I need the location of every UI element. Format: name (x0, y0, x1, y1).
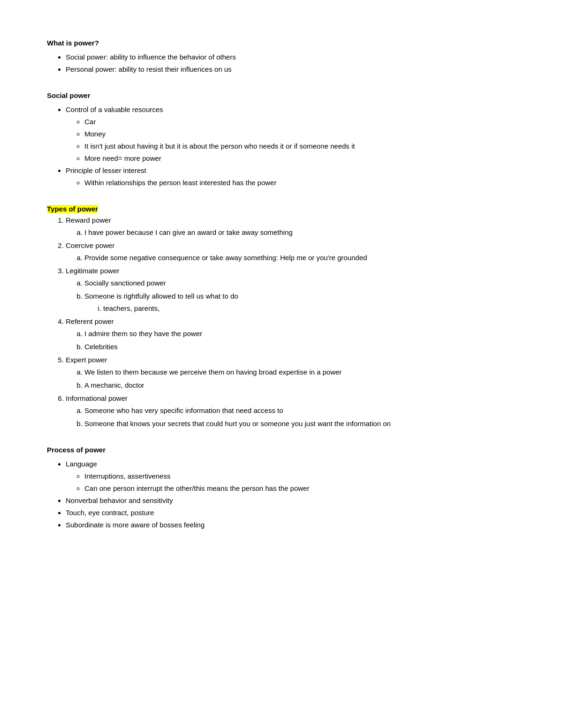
what-is-power-list: Social power: ability to influence the b… (66, 52, 516, 75)
list-item: Within relationships the person least in… (84, 177, 516, 188)
list-item: Personal power: ability to resist their … (66, 64, 516, 75)
list-item: I admire them so they have the power (84, 328, 516, 339)
list-item: Language Interruptions, assertiveness Ca… (66, 458, 516, 494)
list-item: Celebrities (84, 341, 516, 353)
list-item: Car (84, 116, 516, 128)
list-item: We listen to them because we perceive th… (84, 367, 516, 378)
list-item: A mechanic, doctor (84, 380, 516, 391)
language-sublist: Interruptions, assertiveness Can one per… (84, 471, 516, 494)
types-of-power-section: Types of power Reward power I have power… (47, 203, 516, 429)
list-item: Provide some negative consequence or tak… (84, 252, 516, 263)
list-item: More need= more power (84, 153, 516, 164)
process-of-power-list: Language Interruptions, assertiveness Ca… (66, 458, 516, 531)
social-power-sublist: Car Money It isn't just about having it … (84, 116, 516, 164)
list-item: Can one person interrupt the other/this … (84, 483, 516, 494)
types-of-power-title: Types of power (47, 203, 516, 215)
coercive-power-subs: Provide some negative consequence or tak… (84, 252, 516, 263)
list-item: Nonverbal behavior and sensitivity (66, 495, 516, 506)
reward-power-subs: I have power because I can give an award… (84, 227, 516, 238)
list-item: It isn't just about having it but it is … (84, 141, 516, 152)
legitimate-power-subs: Socially sanctioned power Someone is rig… (84, 278, 516, 314)
list-item: I have power because I can give an award… (84, 227, 516, 238)
list-item: Social power: ability to influence the b… (66, 52, 516, 63)
list-item: Subordinate is more aware of bosses feel… (66, 519, 516, 531)
list-item: Control of a valuable resources Car Mone… (66, 104, 516, 164)
process-of-power-title: Process of power (47, 444, 516, 456)
what-is-power-section: What is power? Social power: ability to … (47, 38, 516, 75)
list-item: Referent power I admire them so they hav… (66, 316, 516, 353)
list-item: Someone is rightfully allowed to tell us… (84, 291, 516, 314)
list-item: Someone that knows your secrets that cou… (84, 418, 516, 429)
list-item: Interruptions, assertiveness (84, 471, 516, 482)
social-power-list: Control of a valuable resources Car Mone… (66, 104, 516, 188)
list-item: Legitimate power Socially sanctioned pow… (66, 265, 516, 314)
list-item: Principle of lesser interest Within rela… (66, 165, 516, 188)
referent-power-subs: I admire them so they have the power Cel… (84, 328, 516, 353)
types-of-power-list: Reward power I have power because I can … (66, 215, 516, 429)
social-power-section: Social power Control of a valuable resou… (47, 90, 516, 188)
list-item: Touch, eye contract, posture (66, 507, 516, 518)
list-item: Money (84, 128, 516, 140)
list-item: Socially sanctioned power (84, 278, 516, 289)
process-of-power-section: Process of power Language Interruptions,… (47, 444, 516, 531)
list-item: Informational power Someone who has very… (66, 393, 516, 429)
social-power-sublist-2: Within relationships the person least in… (84, 177, 516, 188)
list-item: Someone who has very specific informatio… (84, 405, 516, 416)
informational-power-subs: Someone who has very specific informatio… (84, 405, 516, 429)
list-item: Coercive power Provide some negative con… (66, 240, 516, 263)
social-power-title: Social power (47, 90, 516, 101)
list-item: Reward power I have power because I can … (66, 215, 516, 238)
list-item: teachers, parents, (103, 303, 516, 314)
what-is-power-title: What is power? (47, 38, 516, 49)
list-item: Expert power We listen to them because w… (66, 354, 516, 391)
legitimate-power-roman: teachers, parents, (103, 303, 516, 314)
expert-power-subs: We listen to them because we perceive th… (84, 367, 516, 391)
